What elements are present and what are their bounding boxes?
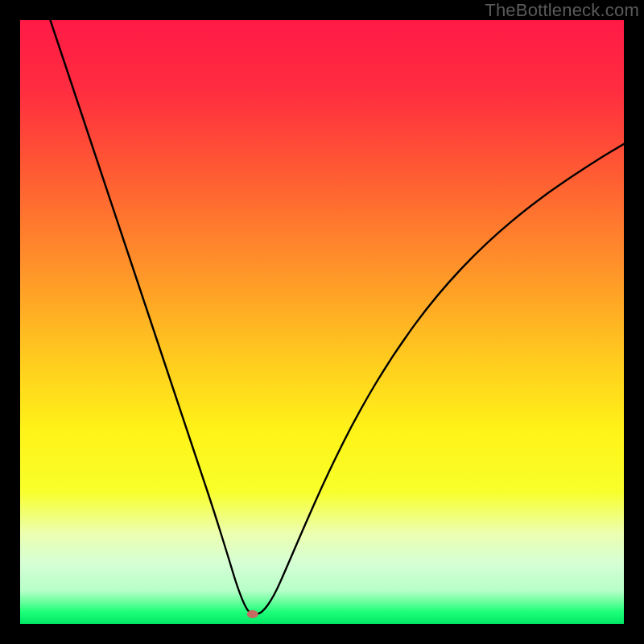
bottleneck-chart	[20, 20, 624, 624]
gradient-background	[20, 20, 624, 624]
watermark-text: TheBottleneck.com	[485, 0, 639, 21]
optimal-point-marker	[247, 610, 258, 618]
plot-area	[20, 20, 624, 624]
chart-frame: TheBottleneck.com	[0, 0, 644, 644]
